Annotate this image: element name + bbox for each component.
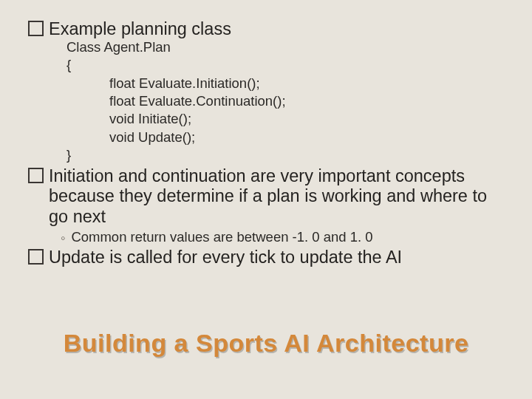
code-line: float Evaluate.Continuation(); xyxy=(66,92,505,110)
code-line: Class Agent.Plan xyxy=(66,38,505,56)
slide-title: Building a Sports AI Architecture xyxy=(0,329,532,358)
bullet-example-planning-class: Example planning class xyxy=(28,19,505,40)
code-line: } xyxy=(66,146,505,164)
circle-bullet-icon: ◦ xyxy=(61,230,65,247)
bullet-text: Example planning class xyxy=(49,19,231,40)
sub-bullet-text: Common return values are between -1. 0 a… xyxy=(71,228,372,246)
code-line: { xyxy=(66,56,505,74)
code-line: void Initiate(); xyxy=(66,110,505,128)
sub-bullet-return-values: ◦ Common return values are between -1. 0… xyxy=(61,228,505,247)
square-bullet-icon xyxy=(28,168,44,183)
bullet-update-tick: Update is called for every tick to updat… xyxy=(28,248,505,268)
code-line: void Update(); xyxy=(66,129,505,146)
slide: Example planning class Class Agent.Plan … xyxy=(0,0,532,399)
square-bullet-icon xyxy=(28,249,44,265)
code-block: Class Agent.Plan { float Evaluate.Initia… xyxy=(66,38,505,165)
bullet-text: Update is called for every tick to updat… xyxy=(49,248,402,268)
square-bullet-icon xyxy=(28,21,44,36)
bullet-initiation-continuation: Initiation and continuation are very imp… xyxy=(28,166,505,228)
bullet-text: Initiation and continuation are very imp… xyxy=(49,166,505,228)
code-line: float Evaluate.Initiation(); xyxy=(66,75,505,92)
slide-title-container: Building a Sports AI Architecture xyxy=(0,329,532,358)
